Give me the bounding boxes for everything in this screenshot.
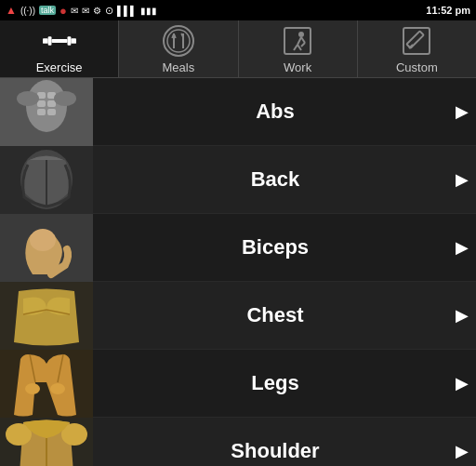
svg-rect-28 [47, 109, 56, 115]
custom-tab-label: Custom [396, 60, 438, 74]
list-item-abs[interactable]: Abs ▶ [0, 78, 476, 146]
svg-point-6 [167, 30, 190, 52]
mail2-icon: ✉ [82, 6, 89, 16]
list-item-biceps[interactable]: Biceps ▶ [0, 214, 476, 282]
meals-tab-label: Meals [163, 60, 195, 74]
alert-icon: ▲ [6, 4, 17, 17]
meals-icon [162, 24, 195, 58]
svg-point-12 [298, 32, 304, 37]
bt-icon: ⚙ [93, 6, 101, 16]
biceps-arrow: ▶ [448, 237, 476, 258]
biceps-thumbnail [0, 214, 93, 282]
tab-custom[interactable]: Custom [358, 20, 476, 77]
abs-arrow: ▶ [448, 101, 476, 122]
list-item-shoulder[interactable]: Shoulder ▶ [0, 418, 476, 466]
list-item-back[interactable]: Back ▶ [0, 146, 476, 214]
tab-work[interactable]: Work [239, 20, 358, 77]
chest-label: Chest [93, 303, 448, 327]
list-item-legs[interactable]: Legs ▶ [0, 350, 476, 418]
status-time: 11:52 pm [426, 5, 470, 16]
svg-rect-11 [284, 28, 311, 54]
custom-icon [400, 24, 433, 58]
svg-rect-1 [47, 36, 51, 45]
svg-line-16 [301, 37, 305, 43]
chest-thumbnail [0, 282, 93, 350]
svg-line-15 [298, 45, 301, 50]
status-bar: ▲ ((·)) talk ● ✉ ✉ ⚙ ⊙ ▌▌▌ ▮▮▮ 11:52 pm [0, 0, 476, 20]
shoulder-arrow: ▶ [448, 441, 476, 461]
exercise-icon [43, 24, 76, 58]
back-thumbnail [0, 146, 93, 214]
work-tab-label: Work [284, 60, 311, 74]
svg-point-22 [26, 80, 67, 132]
svg-point-35 [30, 229, 56, 251]
mail-icon: ✉ [71, 6, 78, 16]
tab-bar: Exercise Meals [0, 20, 476, 78]
shoulder-thumbnail [0, 418, 93, 467]
svg-point-5 [164, 26, 193, 56]
legs-label: Legs [93, 371, 448, 395]
svg-rect-3 [67, 36, 71, 45]
tab-exercise[interactable]: Exercise [0, 20, 119, 77]
legs-thumbnail [0, 350, 93, 418]
battery-icon: ▮▮▮ [140, 6, 157, 16]
tab-meals[interactable]: Meals [119, 20, 238, 77]
svg-point-29 [17, 91, 39, 106]
signal-icon: ▌▌▌ [117, 6, 137, 16]
svg-point-42 [25, 383, 40, 394]
work-icon [281, 24, 314, 58]
svg-rect-26 [47, 100, 56, 107]
back-label: Back [93, 167, 448, 192]
svg-rect-25 [37, 100, 46, 107]
back-arrow: ▶ [448, 169, 476, 190]
legs-arrow: ▶ [448, 373, 476, 393]
exercise-tab-label: Exercise [36, 60, 83, 74]
svg-line-13 [298, 37, 301, 45]
chest-arrow: ▶ [448, 305, 476, 326]
record-icon: ● [60, 4, 67, 18]
exercise-list: Abs ▶ Back ▶ [0, 78, 476, 466]
abs-thumbnail [0, 78, 93, 146]
svg-point-43 [50, 383, 65, 394]
status-left-icons: ▲ ((·)) talk ● ✉ ✉ ⚙ ⊙ ▌▌▌ ▮▮▮ [6, 4, 157, 18]
wifi-icon: ((·)) [20, 6, 35, 16]
biceps-label: Biceps [93, 235, 448, 260]
talk-icon: talk [39, 6, 56, 15]
list-item-chest[interactable]: Chest ▶ [0, 282, 476, 350]
svg-rect-4 [71, 38, 76, 44]
shoulder-label: Shoulder [93, 439, 448, 463]
svg-rect-19 [407, 31, 424, 47]
svg-point-30 [54, 91, 76, 106]
svg-rect-39 [0, 350, 93, 418]
svg-rect-27 [37, 109, 46, 115]
alarm-icon: ⊙ [105, 5, 113, 17]
svg-rect-0 [43, 38, 48, 44]
svg-rect-2 [51, 39, 67, 43]
abs-label: Abs [93, 100, 448, 124]
svg-line-17 [301, 43, 305, 47]
